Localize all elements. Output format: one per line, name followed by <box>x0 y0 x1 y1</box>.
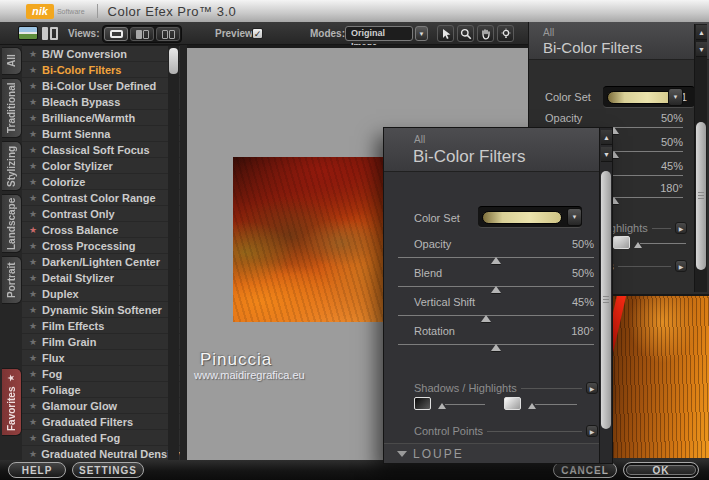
cancel-button[interactable]: CANCEL <box>553 462 617 478</box>
star-icon[interactable]: ★ <box>29 177 42 187</box>
blend-slider[interactable]: Blend50% <box>398 267 594 297</box>
rotation-slider[interactable]: Rotation180° <box>398 325 594 355</box>
help-button[interactable]: HELP <box>8 462 66 478</box>
zoom-tool-button[interactable] <box>457 25 474 42</box>
filter-item[interactable]: ★Color Stylizer <box>22 158 180 174</box>
star-icon[interactable]: ★ <box>29 353 42 363</box>
scroll-down-arrow[interactable]: ▼ <box>601 147 612 162</box>
floating-panel-scrollbar-thumb[interactable] <box>601 171 611 429</box>
star-icon[interactable]: ★ <box>29 401 42 411</box>
single-view-button[interactable] <box>104 27 128 41</box>
filter-item[interactable]: ★Contrast Color Range <box>22 190 180 206</box>
modes-dropdown-arrow[interactable]: ▼ <box>415 26 428 41</box>
filter-item-selected[interactable]: ★Bi-Color Filters <box>22 62 180 78</box>
tab-all[interactable]: All <box>2 47 22 75</box>
highlights-swatch[interactable] <box>613 236 630 249</box>
star-icon[interactable]: ★ <box>29 49 42 59</box>
star-icon[interactable]: ★ <box>29 273 42 283</box>
star-icon[interactable]: ★ <box>29 433 42 443</box>
filter-item[interactable]: ★Graduated Filters <box>22 414 180 430</box>
filter-item[interactable]: ★Burnt Sienna <box>22 126 180 142</box>
lightbulb-tool-button[interactable] <box>497 25 514 42</box>
star-icon[interactable]: ★ <box>29 161 42 171</box>
star-icon[interactable]: ★ <box>29 257 42 267</box>
modes-dropdown[interactable]: Original Image <box>345 26 413 41</box>
star-icon[interactable]: ★ <box>29 65 42 75</box>
shadows-highlights-expand-button[interactable]: ▶ <box>586 382 598 394</box>
filter-item[interactable]: ★Film Grain <box>22 334 180 350</box>
split-view-button[interactable] <box>130 27 154 41</box>
star-icon[interactable]: ★ <box>29 97 42 107</box>
slider-thumb[interactable] <box>481 315 491 322</box>
star-icon[interactable]: ★ <box>29 337 42 347</box>
side-by-side-view-button[interactable] <box>156 27 180 41</box>
color-set-dropdown-arrow[interactable]: ▼ <box>668 88 683 106</box>
select-tool-button[interactable] <box>437 25 454 42</box>
scroll-down-arrow[interactable]: ▼ <box>696 42 707 57</box>
star-icon[interactable]: ★ <box>29 417 42 427</box>
loupe-section-header[interactable]: LOUPE <box>384 443 600 463</box>
star-icon-favorited[interactable]: ★ <box>29 225 42 235</box>
slider-thumb[interactable] <box>491 344 501 351</box>
tab-portrait[interactable]: Portrait <box>2 256 22 304</box>
star-icon[interactable]: ★ <box>29 145 42 155</box>
filter-item[interactable]: ★Dynamic Skin Softener <box>22 302 180 318</box>
shadows-highlights-expand-button[interactable]: ▶ <box>675 222 687 234</box>
slider-thumb[interactable] <box>491 257 501 264</box>
preview-image[interactable] <box>233 157 383 322</box>
star-icon[interactable]: ★ <box>29 81 42 91</box>
star-icon[interactable]: ★ <box>29 113 42 123</box>
settings-button[interactable]: SETTINGS <box>72 462 144 478</box>
shadows-swatch[interactable] <box>414 397 431 410</box>
floating-filter-settings-panel[interactable]: All Bi-Color Filters Color Set 1 ▼ Opaci… <box>383 127 613 464</box>
filter-item[interactable]: ★Foliage <box>22 382 180 398</box>
filter-item[interactable]: ★Flux <box>22 350 180 366</box>
filter-item[interactable]: ★Darken/Lighten Center <box>22 254 180 270</box>
panel-scrollbar[interactable]: ▲ ▼ <box>694 24 707 292</box>
filter-item[interactable]: ★Duplex <box>22 286 180 302</box>
floating-panel-scrollbar[interactable]: ▲ ▼ <box>599 128 612 463</box>
filter-item[interactable]: ★Bleach Bypass <box>22 94 180 110</box>
star-icon[interactable]: ★ <box>29 193 42 203</box>
split-view-icon[interactable] <box>42 27 58 40</box>
control-points-expand-button[interactable]: ▶ <box>586 425 598 437</box>
filter-item[interactable]: ★Fog <box>22 366 180 382</box>
star-icon[interactable]: ★ <box>29 305 42 315</box>
star-icon[interactable]: ★ <box>29 321 42 331</box>
preview-checkbox[interactable]: ✓ <box>252 28 263 39</box>
filter-item[interactable]: ★Graduated Fog <box>22 430 180 446</box>
filter-item[interactable]: ★Colorize <box>22 174 180 190</box>
star-icon[interactable]: ★ <box>29 209 42 219</box>
star-icon[interactable]: ★ <box>29 449 41 459</box>
panel-scrollbar-thumb[interactable] <box>696 122 706 270</box>
filter-list-scrollbar-thumb[interactable] <box>169 48 178 74</box>
filter-item[interactable]: ★Brilliance/Warmth <box>22 110 180 126</box>
color-set-dropdown-arrow[interactable]: ▼ <box>567 208 582 226</box>
loupe-collapse-icon[interactable] <box>397 451 407 457</box>
vertical-shift-slider[interactable]: Vertical Shift45% <box>398 296 594 326</box>
tab-landscape[interactable]: Landscape <box>2 194 22 253</box>
filter-item[interactable]: ★Classical Soft Focus <box>22 142 180 158</box>
filter-item[interactable]: ★Contrast Only <box>22 206 180 222</box>
opacity-slider[interactable]: Opacity50% <box>398 238 594 268</box>
filter-item[interactable]: ★Bi-Color User Defined <box>22 78 180 94</box>
filter-list-scrollbar[interactable] <box>168 46 179 460</box>
control-points-expand-button[interactable]: ▶ <box>675 260 687 272</box>
star-icon[interactable]: ★ <box>29 289 42 299</box>
tab-traditional[interactable]: Traditional <box>2 78 22 138</box>
tab-favorites[interactable]: Favorites★ <box>2 368 22 436</box>
star-icon[interactable]: ★ <box>29 385 42 395</box>
scroll-up-arrow[interactable]: ▲ <box>696 25 707 40</box>
filter-item[interactable]: ★Detail Stylizer <box>22 270 180 286</box>
image-thumbnail-icon[interactable] <box>18 26 38 40</box>
filter-item[interactable]: ★B/W Conversion <box>22 46 180 62</box>
pan-tool-button[interactable] <box>477 25 494 42</box>
filter-item[interactable]: ★Cross Balance <box>22 222 180 238</box>
filter-item[interactable]: ★Graduated Neutral Density <box>22 446 180 460</box>
slider-thumb[interactable] <box>491 286 501 293</box>
star-icon[interactable]: ★ <box>29 241 42 251</box>
scroll-up-arrow[interactable]: ▲ <box>601 130 612 145</box>
filter-item[interactable]: ★Glamour Glow <box>22 398 180 414</box>
star-icon[interactable]: ★ <box>29 129 42 139</box>
tab-stylizing[interactable]: Stylizing <box>2 141 22 191</box>
